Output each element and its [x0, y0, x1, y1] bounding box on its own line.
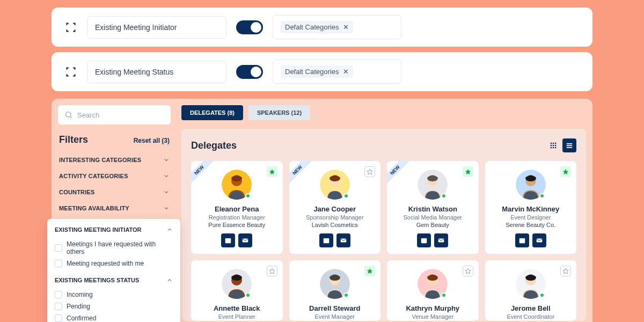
tab[interactable]: DELEGATES (8): [181, 105, 243, 120]
mail-button[interactable]: [434, 233, 448, 247]
checkbox[interactable]: [55, 260, 62, 267]
avatar: [516, 170, 546, 200]
checkbox-label: Meetings I have requested with others: [67, 240, 173, 255]
mail-button[interactable]: [238, 233, 252, 247]
svg-rect-5: [551, 145, 552, 146]
delegate-role: Venue Manager: [391, 313, 474, 320]
delegate-card[interactable]: Annette Black Event Planner: [191, 260, 283, 321]
checkbox-row[interactable]: Confirmed: [55, 312, 173, 322]
panel-title: Delegates: [191, 140, 237, 151]
checkbox[interactable]: [55, 244, 62, 252]
delegate-name: Jane Cooper: [294, 205, 377, 213]
star-icon[interactable]: [267, 166, 277, 177]
svg-marker-44: [465, 268, 471, 274]
svg-rect-10: [555, 147, 556, 148]
svg-rect-24: [324, 238, 330, 239]
checkbox-row[interactable]: Incoming: [55, 289, 173, 301]
avatar: [222, 269, 252, 299]
popout-status-title: EXISTING MEETINGS STATUS: [55, 277, 139, 283]
delegate-card[interactable]: Darrell Steward Event Manager: [289, 260, 381, 321]
category-chip-box[interactable]: Defalt Categories✕: [273, 15, 401, 39]
delegate-card[interactable]: Marvin McKinney Event Designer Serene Be…: [485, 161, 577, 254]
star-icon[interactable]: [560, 266, 571, 276]
filter-section[interactable]: ACTIVITY CATEGORIES: [58, 168, 171, 184]
chevron-down-icon: [163, 189, 170, 195]
delegate-card[interactable]: Jerome Bell Event Coordinator: [485, 260, 577, 321]
svg-rect-8: [551, 147, 552, 148]
filter-section[interactable]: INTERESTING CATEGORIES: [58, 152, 171, 168]
chevron-down-icon: [163, 173, 170, 179]
tab[interactable]: SPEAKERS (12): [248, 105, 310, 120]
checkbox-row[interactable]: Meetings I have requested with others: [55, 238, 173, 258]
status-dot: [441, 292, 447, 298]
toggle-switch[interactable]: [236, 65, 263, 79]
delegate-company: Lavish Cosmetics: [294, 222, 377, 228]
popout-initiator-title: EXISTING MEETING INITIATOR: [55, 226, 142, 233]
filters-title: Filters: [59, 134, 88, 145]
filter-section-label: COUNTRIES: [59, 189, 95, 195]
checkbox-row[interactable]: Meeting requested with me: [55, 258, 173, 269]
search-placeholder: Search: [77, 111, 99, 119]
calendar-icon: [518, 237, 526, 244]
delegate-card[interactable]: NEW Jane Cooper Sponsorship Manager Lavi…: [289, 161, 381, 254]
calendar-button[interactable]: [319, 233, 333, 247]
calendar-icon: [420, 237, 428, 244]
calendar-button[interactable]: [221, 233, 235, 247]
svg-rect-4: [555, 143, 556, 144]
filter-section[interactable]: MEETING AVAILABILITY: [58, 200, 171, 216]
close-icon[interactable]: ✕: [343, 68, 349, 76]
star-icon[interactable]: [364, 266, 375, 276]
status-dot: [441, 193, 447, 199]
search-input[interactable]: Search: [58, 105, 171, 125]
calendar-button[interactable]: [515, 233, 529, 247]
checkbox-row[interactable]: Pending: [55, 301, 173, 312]
star-icon[interactable]: [267, 266, 277, 276]
star-icon[interactable]: [364, 166, 375, 177]
toggle-switch[interactable]: [236, 20, 263, 34]
svg-marker-38: [269, 268, 275, 274]
list-view-button[interactable]: [562, 138, 576, 152]
delegate-role: Event Manager: [294, 313, 377, 320]
delegate-card[interactable]: NEW Kristin Watson Social Media Manager …: [387, 161, 479, 254]
checkbox[interactable]: [55, 303, 62, 310]
avatar: [418, 269, 448, 299]
star-icon[interactable]: [463, 166, 473, 177]
svg-marker-47: [563, 268, 568, 274]
delegate-name: Jerome Bell: [489, 304, 573, 312]
mail-button[interactable]: [336, 233, 350, 247]
expand-icon[interactable]: [64, 65, 77, 78]
calendar-button[interactable]: [417, 233, 431, 247]
grid-view-button[interactable]: [546, 138, 560, 152]
category-chip[interactable]: Defalt Categories✕: [281, 65, 353, 78]
mail-button[interactable]: [532, 233, 546, 247]
svg-rect-6: [553, 145, 554, 146]
reset-all-link[interactable]: Reset all (3): [134, 137, 170, 144]
checkbox[interactable]: [55, 291, 62, 298]
svg-rect-31: [438, 239, 444, 243]
delegate-card[interactable]: NEW Eleanor Pena Registration Manager Pu…: [191, 161, 283, 254]
svg-marker-14: [269, 169, 275, 174]
chevron-up-icon[interactable]: [166, 277, 173, 283]
avatar: [222, 170, 252, 200]
mail-icon: [340, 237, 347, 244]
delegate-card[interactable]: Kathryn Murphy Venue Manager: [387, 260, 479, 321]
close-icon[interactable]: ✕: [343, 23, 349, 31]
filter-section[interactable]: COUNTRIES: [58, 184, 171, 200]
delegate-role: Event Designer: [489, 214, 573, 221]
checkbox[interactable]: [55, 314, 62, 322]
category-chip-box[interactable]: Defalt Categories✕: [273, 60, 401, 84]
svg-rect-3: [553, 143, 554, 144]
svg-rect-11: [567, 143, 573, 144]
star-icon[interactable]: [463, 266, 473, 276]
star-icon[interactable]: [560, 166, 571, 177]
filter-section-label: ACTIVITY CATEGORIES: [59, 173, 128, 179]
calendar-icon: [224, 237, 232, 244]
svg-rect-12: [567, 145, 573, 146]
mail-icon: [241, 237, 249, 244]
chevron-up-icon[interactable]: [166, 226, 173, 233]
config-label-input[interactable]: Existing Meeting Status: [87, 61, 226, 83]
filter-section-label: INTERESTING CATEGORIES: [59, 157, 141, 163]
category-chip[interactable]: Defalt Categories✕: [281, 21, 353, 33]
config-label-input[interactable]: Existing Meeting Initiator: [87, 16, 226, 39]
expand-icon[interactable]: [64, 21, 77, 34]
